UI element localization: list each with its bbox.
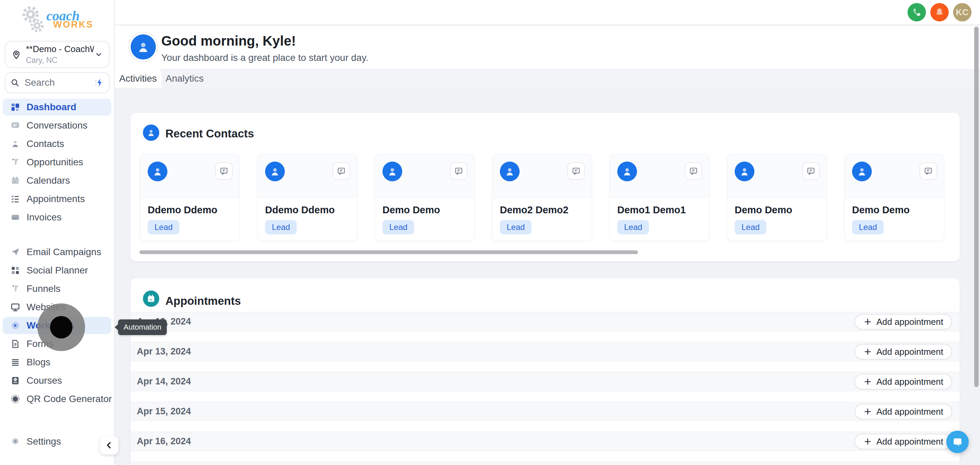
appointment-row-partial xyxy=(130,462,959,465)
contact-status-badge: Lead xyxy=(500,220,531,234)
sidebar-item-settings[interactable]: Settings xyxy=(3,433,111,451)
vertical-scrollbar[interactable] xyxy=(974,27,978,387)
search-box[interactable] xyxy=(5,72,110,93)
recent-contacts-icon xyxy=(143,124,159,141)
search-icon xyxy=(10,78,20,87)
contact-status-badge: Lead xyxy=(852,220,884,234)
message-contact-button[interactable] xyxy=(685,162,702,180)
sidebar: coach WORKS **Demo - CoachW... Cary, NC xyxy=(0,0,115,465)
sidebar-item-email-campaigns[interactable]: Email Campaigns xyxy=(3,244,111,260)
brand-name-bottom: WORKS xyxy=(53,20,94,29)
automation-tooltip: Automation xyxy=(118,319,167,335)
message-contact-button[interactable] xyxy=(567,162,585,180)
contact-cards-row: Ddemo Ddemo Lead xyxy=(140,154,944,241)
add-appointment-button[interactable]: Add appointment xyxy=(854,404,952,419)
chat-widget-button[interactable] xyxy=(946,431,969,453)
plus-icon xyxy=(863,347,872,356)
gears-icon xyxy=(21,5,46,34)
contacts-icon xyxy=(10,139,21,149)
sidebar-item-funnels[interactable]: Funnels xyxy=(3,280,111,297)
sidebar-item-dashboard[interactable]: Dashboard xyxy=(3,98,111,116)
sidebar-collapse-button[interactable] xyxy=(100,436,118,454)
contact-status-badge: Lead xyxy=(735,220,766,234)
quick-actions-bolt-icon[interactable] xyxy=(94,78,104,88)
map-pin-icon xyxy=(11,49,22,60)
contact-card[interactable]: Ddemo Ddemo Lead xyxy=(257,154,357,241)
appointments-icon xyxy=(143,290,159,307)
card-icon xyxy=(10,212,21,222)
play-circle-icon xyxy=(10,321,21,331)
contact-name: Demo Demo xyxy=(735,205,792,216)
message-contact-button[interactable] xyxy=(920,162,937,180)
plus-icon xyxy=(863,437,872,446)
page-subtitle: Your dashboard is a great place to start… xyxy=(161,52,369,63)
contact-status-badge: Lead xyxy=(148,220,179,234)
sidebar-item-contacts[interactable]: Contacts xyxy=(3,135,111,152)
appointment-row: Apr 15, 2024 Add appointment xyxy=(130,402,959,421)
sidebar-item-opportunities[interactable]: Opportunities xyxy=(3,154,111,171)
appointments-section: Appointments Apr 12, 2024 Add appointmen… xyxy=(130,278,959,465)
sidebar-item-social-planner[interactable]: Social Planner xyxy=(3,262,111,279)
sidebar-item-qr-code-generator[interactable]: QR Code Generator xyxy=(3,390,111,408)
plus-icon xyxy=(863,317,872,326)
dashboard-icon xyxy=(10,102,21,112)
appointment-row: Apr 14, 2024 Add appointment xyxy=(130,372,959,391)
phone-icon xyxy=(911,7,922,18)
tab-activities[interactable]: Activities xyxy=(115,69,161,88)
greeting-avatar xyxy=(130,34,156,60)
contact-card[interactable]: Ddemo Ddemo Lead xyxy=(140,154,240,241)
appointment-date: Apr 15, 2024 xyxy=(137,402,191,421)
contact-card[interactable]: Demo2 Demo2 Lead xyxy=(492,154,592,241)
notifications-button[interactable] xyxy=(930,3,949,21)
appointment-date: Apr 13, 2024 xyxy=(137,342,191,361)
sidebar-item-appointments[interactable]: Appointments xyxy=(3,190,111,208)
appointment-row: Apr 16, 2024 Add appointment xyxy=(130,432,959,451)
message-contact-button[interactable] xyxy=(450,162,468,180)
contact-card[interactable]: Demo Demo Lead xyxy=(375,154,475,241)
recent-contacts-section: Recent Contacts xyxy=(130,113,959,261)
location-name: **Demo - CoachW... xyxy=(26,44,94,54)
contact-status-badge: Lead xyxy=(617,220,649,234)
appointment-date: Apr 14, 2024 xyxy=(137,372,191,391)
section-title: Appointments xyxy=(165,295,241,308)
search-input[interactable] xyxy=(24,77,90,89)
coachworks-logo: coach WORKS xyxy=(0,3,115,35)
sidebar-item-courses[interactable]: Courses xyxy=(3,372,111,389)
appointment-date: Apr 16, 2024 xyxy=(137,432,191,451)
lines-icon xyxy=(10,357,21,367)
app-window: coach WORKS **Demo - CoachW... Cary, NC xyxy=(0,0,980,465)
horizontal-scrollbar[interactable] xyxy=(140,250,638,254)
user-avatar[interactable]: KC xyxy=(953,3,972,21)
add-appointment-button[interactable]: Add appointment xyxy=(854,374,952,389)
message-contact-button[interactable] xyxy=(332,162,350,180)
chevron-down-icon xyxy=(94,50,103,59)
contact-card[interactable]: Demo Demo Lead xyxy=(844,154,944,241)
contact-avatar xyxy=(852,162,872,181)
add-appointment-button[interactable]: Add appointment xyxy=(854,434,952,449)
phone-button[interactable] xyxy=(907,3,926,21)
section-title: Recent Contacts xyxy=(165,127,254,140)
calendar-icon xyxy=(10,176,21,186)
location-picker[interactable]: **Demo - CoachW... Cary, NC xyxy=(5,41,110,68)
contact-card[interactable]: Demo1 Demo1 Lead xyxy=(609,154,710,241)
cursor-dot xyxy=(50,316,73,338)
contact-avatar xyxy=(500,162,520,181)
contact-card[interactable]: Demo Demo Lead xyxy=(727,154,827,241)
appointment-row: Apr 13, 2024 Add appointment xyxy=(130,342,959,361)
sidebar-item-invoices[interactable]: Invoices xyxy=(3,209,111,226)
gear-icon xyxy=(10,436,21,447)
main-area: KC Good morning, Kyle! Your dashboard is… xyxy=(115,0,980,465)
sidebar-item-blogs[interactable]: Blogs xyxy=(3,354,111,371)
contact-name: Demo2 Demo2 xyxy=(500,205,568,216)
add-appointment-button[interactable]: Add appointment xyxy=(854,344,952,360)
sidebar-item-calendars[interactable]: Calendars xyxy=(3,172,111,189)
sidebar-item-conversations[interactable]: Conversations xyxy=(3,117,111,134)
add-appointment-button[interactable]: Add appointment xyxy=(854,314,952,330)
contact-avatar xyxy=(265,162,285,181)
tab-analytics[interactable]: Analytics xyxy=(161,69,208,88)
message-contact-button[interactable] xyxy=(215,162,233,180)
checklist-icon xyxy=(10,194,21,204)
message-contact-button[interactable] xyxy=(802,162,820,180)
paper-plane-icon xyxy=(10,247,21,257)
appointment-rows: Apr 12, 2024 Add appointment Apr 13, 202… xyxy=(130,312,959,462)
